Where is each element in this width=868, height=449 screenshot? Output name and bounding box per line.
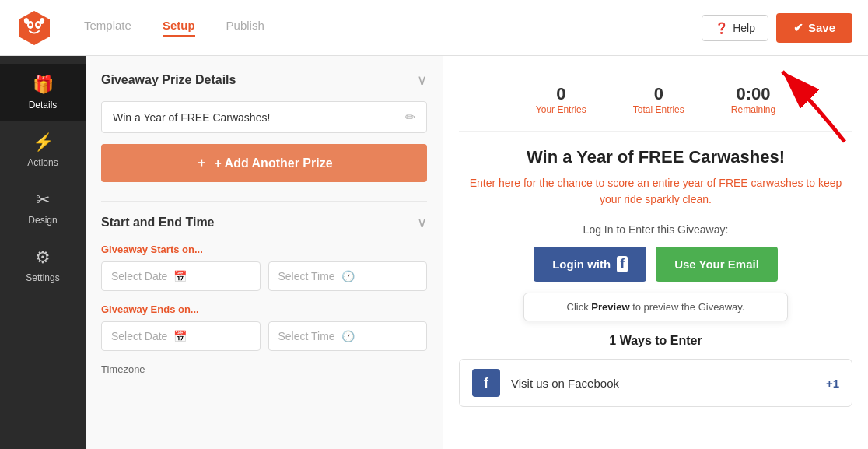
help-icon: ❓ <box>715 22 728 34</box>
design-icon: ✂ <box>36 190 50 210</box>
use-email-button[interactable]: Use Your Email <box>656 247 778 282</box>
sidebar-item-settings[interactable]: ⚙ Settings <box>0 237 86 294</box>
svg-point-4 <box>37 23 40 26</box>
tooltip-text-end: to preview the Giveaway. <box>630 301 745 313</box>
starts-date-text: Select Date <box>111 270 167 282</box>
ends-date-input[interactable]: Select Date 📅 <box>101 321 261 351</box>
tooltip-text: Click <box>567 301 592 313</box>
time-section-title: Start and End Time <box>101 216 215 230</box>
total-entries-number: 0 <box>633 84 684 104</box>
ends-date-text: Select Date <box>111 330 167 342</box>
prize-name-text: Win a Year of FREE Carwashes! <box>113 111 405 124</box>
login-facebook-button[interactable]: Login with f <box>534 247 646 282</box>
sidebar-item-design[interactable]: ✂ Design <box>0 179 86 237</box>
ends-label: Giveaway Ends on... <box>101 303 427 315</box>
starts-label: Giveaway Starts on... <box>101 244 427 255</box>
help-button[interactable]: ❓ Help <box>702 15 768 41</box>
time-section-header: Start and End Time ∨ <box>101 214 427 231</box>
preview-desc-start: Enter here for the chance to score <box>470 177 638 189</box>
prize-section-header: Giveaway Prize Details ∨ <box>101 72 427 89</box>
entry-method-row[interactable]: f Visit us on Facebook +1 <box>459 359 852 407</box>
your-entries-number: 0 <box>536 84 586 104</box>
preview-title: Win a Year of FREE Carwashes! <box>459 147 852 167</box>
entry-fb-icon: f <box>472 369 500 397</box>
center-panel: Giveaway Prize Details ∨ Win a Year of F… <box>86 56 443 449</box>
clock-icon: 🕐 <box>341 270 355 282</box>
checkmark-icon: ✔ <box>793 21 803 35</box>
preview-desc-highlight: an entire year of FREE carwashes <box>637 177 803 189</box>
add-prize-button[interactable]: ＋ + Add Another Prize <box>101 144 427 182</box>
gift-icon: 🎁 <box>33 75 54 95</box>
sidebar-item-actions[interactable]: ⚡ Actions <box>0 121 86 179</box>
facebook-icon: f <box>617 256 628 272</box>
login-prompt: Log In to Enter this Giveaway: <box>459 223 852 236</box>
ends-datetime-row: Select Date 📅 Select Time 🕐 <box>101 321 427 351</box>
settings-icon: ⚙ <box>35 247 51 268</box>
total-entries-label: Total Entries <box>633 104 684 115</box>
calendar-icon: 📅 <box>173 270 187 282</box>
prize-chevron-icon[interactable]: ∨ <box>417 72 427 89</box>
starts-time-text: Select Time <box>278 270 335 282</box>
ends-time-input[interactable]: Select Time 🕐 <box>268 321 428 351</box>
main-layout: 🎁 Details ⚡ Actions ✂ Design ⚙ Settings … <box>0 56 868 449</box>
clock-icon-2: 🕐 <box>341 330 355 342</box>
red-arrow-annotation <box>767 56 860 149</box>
time-chevron-icon[interactable]: ∨ <box>417 214 427 231</box>
entry-method-label: Visit us on Facebook <box>511 377 815 390</box>
nav-tabs: Template Setup Publish <box>84 19 702 37</box>
svg-marker-0 <box>19 11 50 45</box>
sidebar: 🎁 Details ⚡ Actions ✂ Design ⚙ Settings <box>0 56 86 449</box>
prize-section-title: Giveaway Prize Details <box>101 73 236 87</box>
prize-input-row: Win a Year of FREE Carwashes! ✏ <box>101 101 427 133</box>
calendar-icon-2: 📅 <box>173 330 187 342</box>
stat-total-entries: 0 Total Entries <box>633 84 684 115</box>
login-buttons: Login with f Use Your Email <box>459 247 852 282</box>
preview-tooltip: Click Preview to preview the Giveaway. <box>523 293 788 321</box>
your-entries-label: Your Entries <box>536 104 586 115</box>
edit-prize-icon[interactable]: ✏ <box>405 110 415 125</box>
actions-icon: ⚡ <box>33 132 54 153</box>
starts-datetime-row: Select Date 📅 Select Time 🕐 <box>101 261 427 291</box>
timezone-label: Timezone <box>101 363 427 375</box>
entry-plus-badge: +1 <box>826 377 839 390</box>
login-with-label: Login with <box>552 258 611 271</box>
tab-publish[interactable]: Publish <box>226 19 264 37</box>
starts-date-input[interactable]: Select Date 📅 <box>101 261 261 291</box>
stat-your-entries: 0 Your Entries <box>536 84 586 115</box>
tab-setup[interactable]: Setup <box>163 19 195 37</box>
starts-time-input[interactable]: Select Time 🕐 <box>268 261 428 291</box>
svg-point-3 <box>29 23 32 26</box>
sidebar-item-details[interactable]: 🎁 Details <box>0 64 86 121</box>
tab-template[interactable]: Template <box>84 19 131 37</box>
ways-to-enter-heading: 1 Ways to Enter <box>459 334 852 348</box>
plus-icon: ＋ <box>195 155 208 171</box>
ends-time-text: Select Time <box>278 330 335 342</box>
tooltip-preview-bold: Preview <box>591 301 629 313</box>
save-button[interactable]: ✔ Save <box>776 13 852 43</box>
nav-actions: ❓ Help ✔ Save <box>702 13 852 43</box>
preview-description: Enter here for the chance to score an en… <box>459 175 852 208</box>
top-nav: Template Setup Publish ❓ Help ✔ Save <box>0 0 868 56</box>
right-preview: 0 Your Entries 0 Total Entries 0:00 Rema… <box>443 56 868 449</box>
app-logo[interactable] <box>16 9 53 47</box>
